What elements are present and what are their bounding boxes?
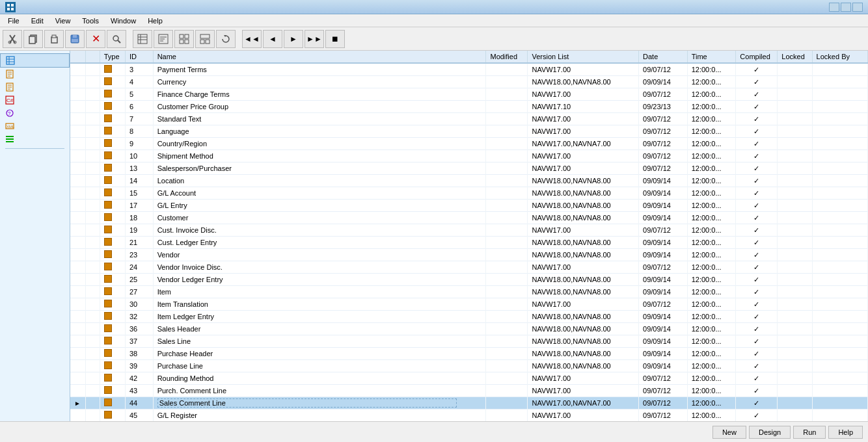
sidebar-item-query[interactable]: ? [0,107,70,120]
table-row[interactable]: 9Country/RegionNAVW17.00,NAVNA7.0009/07/… [70,138,868,150]
row-locked-by [812,385,867,397]
row-name: Currency [153,76,486,88]
table-row[interactable]: 39Purchase LineNAVW18.00,NAVNA8.0009/09/… [70,360,868,372]
menu-tools[interactable]: Tools [77,16,104,26]
table-row[interactable]: 43Purch. Comment LineNAVW17.0009/07/1212… [70,385,868,397]
table-row[interactable]: 42Rounding MethodNAVW17.0009/07/1212:00:… [70,372,868,385]
table-row[interactable]: 14LocationNAVW18.00,NAVNA8.0009/09/1412:… [70,175,868,187]
paste-button[interactable] [44,30,64,48]
row-locked-by [812,410,867,422]
table-row[interactable]: 38Purchase HeaderNAVW18.00,NAVNA8.0009/0… [70,348,868,360]
sidebar-item-page[interactable] [0,68,70,81]
prev-button[interactable]: ◄ [263,30,282,48]
object-list[interactable]: Type ID Name Modified Version List Date … [70,51,868,421]
svg-rect-53 [6,141,14,142]
table-row[interactable]: 23VendorNAVW18.00,NAVNA8.0009/09/1412:00… [70,249,868,261]
table-row[interactable]: 3Payment TermsNAVW17.0009/07/1212:00:0..… [70,63,868,76]
row-name: G/L Entry [153,200,486,212]
refresh-button[interactable] [216,30,236,48]
sidebar-item-menusuite[interactable] [0,133,70,146]
menu-edit[interactable]: Edit [26,16,49,26]
sidebar-item-xmlport[interactable]: XML [0,120,70,133]
table-row[interactable]: 10Shipment MethodNAVW17.0009/07/1212:00:… [70,150,868,162]
row-date: 09/09/14 [639,360,688,372]
table-row[interactable]: 18CustomerNAVW18.00,NAVNA8.0009/09/1412:… [70,212,868,224]
delete-button[interactable]: ✕ [86,30,105,48]
table-row[interactable]: 7Standard TextNAVW17.0009/07/1212:00:0..… [70,113,868,125]
table-row[interactable]: 4CurrencyNAVW18.00,NAVNA8.0009/09/1412:0… [70,76,868,88]
last-button[interactable]: ►► [305,30,324,48]
row-locked-by [812,162,867,175]
row-locked [778,397,812,410]
table-row[interactable]: 6Customer Price GroupNAVW17.1009/23/1312… [70,101,868,113]
menu-file[interactable]: File [3,16,25,26]
row-compiled: ✓ [736,113,778,125]
row-time: 12:00:0... [687,200,736,212]
row-version: NAVW18.00,NAVNA8.00 [528,249,639,261]
close-button[interactable] [852,3,863,12]
maximize-button[interactable] [841,3,851,12]
save-button[interactable] [65,30,85,48]
col-modified-header: Modified [486,51,528,63]
menu-view[interactable]: View [50,16,76,26]
svg-rect-11 [52,35,56,38]
table-row[interactable]: 13Salesperson/PurchaserNAVW17.0009/07/12… [70,162,868,175]
menu-help[interactable]: Help [142,16,168,26]
table-row[interactable]: 25Vendor Ledger EntryNAVW18.00,NAVNA8.00… [70,274,868,286]
row-modified [486,410,528,422]
row-modified [486,88,528,101]
row-compiled: ✓ [736,88,778,101]
table-row[interactable]: 19Cust. Invoice Disc.NAVW17.0009/07/1212… [70,224,868,237]
cut-button[interactable] [3,30,22,48]
row-name: Customer Price Group [153,101,486,113]
table-row[interactable]: 36Sales HeaderNAVW18.00,NAVNA8.0009/09/1… [70,323,868,335]
table-row[interactable]: 24Vendor Invoice Disc.NAVW17.0009/07/121… [70,261,868,274]
help-button[interactable]: Help [828,426,863,439]
table-row[interactable]: 27ItemNAVW18.00,NAVNA8.0009/09/1412:00:0… [70,286,868,298]
run-button[interactable]: Run [793,426,826,439]
row-type-icon [100,63,125,76]
row-compiled: ✓ [736,150,778,162]
row-id: 25 [126,274,154,286]
form-view-button[interactable] [154,30,173,48]
sidebar-item-all[interactable] [0,151,70,155]
table-view-button[interactable] [133,30,152,48]
row-version: NAVW17.00 [528,261,639,274]
svg-rect-28 [185,40,189,44]
row-compiled: ✓ [736,76,778,88]
table-row[interactable]: 8LanguageNAVW17.0009/07/1212:00:0...✓ [70,125,868,138]
row-checkbox [86,162,100,175]
table-row[interactable]: 21Cust. Ledger EntryNAVW18.00,NAVNA8.000… [70,237,868,249]
layout-button[interactable] [195,30,215,48]
table-row[interactable]: 17G/L EntryNAVW18.00,NAVNA8.0009/09/1412… [70,200,868,212]
row-name-input[interactable] [157,398,457,408]
row-checkbox [86,187,100,200]
table-row[interactable]: 15G/L AccountNAVW18.00,NAVNA8.0009/09/14… [70,187,868,200]
sidebar-item-report[interactable] [0,81,70,94]
grid-view-button[interactable] [174,30,194,48]
row-version: NAVW18.00,NAVNA8.00 [528,335,639,348]
table-row[interactable]: 45G/L RegisterNAVW17.0009/07/1212:00:0..… [70,410,868,422]
minimize-button[interactable] [829,3,839,12]
sidebar-item-table[interactable] [0,53,70,68]
find-button[interactable] [107,30,126,48]
table-row[interactable]: 5Finance Charge TermsNAVW17.0009/07/1212… [70,88,868,101]
menu-window[interactable]: Window [105,16,141,26]
row-id: 38 [126,348,154,360]
next-button[interactable]: ► [284,30,303,48]
design-button[interactable]: Design [749,426,791,439]
row-name: Purchase Header [153,348,486,360]
stop-button[interactable]: ⏹ [325,30,345,48]
row-time: 12:00:0... [687,372,736,385]
copy-button[interactable] [23,30,43,48]
row-locked [778,237,812,249]
row-type-icon [100,88,125,101]
row-time: 12:00:0... [687,138,736,150]
table-row[interactable]: ►44NAVW17.00,NAVNA7.0009/07/1212:00:0...… [70,397,868,410]
table-row[interactable]: 37Sales LineNAVW18.00,NAVNA8.0009/09/141… [70,335,868,348]
new-button[interactable]: New [712,426,746,439]
table-row[interactable]: 32Item Ledger EntryNAVW18.00,NAVNA8.0009… [70,311,868,323]
first-button[interactable]: ◄◄ [242,30,262,48]
sidebar-item-codeunit[interactable]: C# [0,94,70,107]
table-row[interactable]: 30Item TranslationNAVW17.0009/07/1212:00… [70,298,868,311]
